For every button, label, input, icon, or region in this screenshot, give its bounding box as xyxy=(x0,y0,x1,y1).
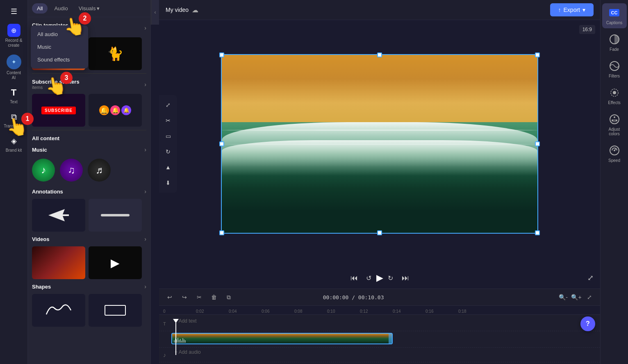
cloud-save-icon: ☁ xyxy=(192,6,198,14)
music-section-header[interactable]: Music › xyxy=(32,146,146,153)
handle-top-right[interactable] xyxy=(535,52,540,57)
waveform-bar xyxy=(184,339,184,343)
right-panel-captions[interactable]: CC Captions xyxy=(602,3,627,28)
screen-icon[interactable]: ▭ xyxy=(162,130,175,143)
duration-value: 00:10.03 xyxy=(358,294,384,300)
bell-icon-2: 🔔 xyxy=(110,105,120,115)
play-pause-btn[interactable]: ▶ xyxy=(376,273,383,283)
videos-section-header[interactable]: Videos › xyxy=(32,236,146,242)
subscribe-sticker-thumb-2[interactable]: 🔔 🔔 🔔 xyxy=(89,94,142,127)
fit-zoom-btn[interactable]: ⤢ xyxy=(584,291,595,303)
subscribe-stickers-header[interactable]: Subscribe stickers items › xyxy=(32,79,146,90)
align-bottom-icon[interactable]: ⬇ xyxy=(162,176,175,189)
handle-bottom-right[interactable] xyxy=(535,230,540,235)
rewind-5s-btn[interactable]: ↺ xyxy=(362,271,376,285)
handle-mid-right[interactable] xyxy=(535,141,540,146)
ruler-mark-3: 0:06 xyxy=(262,309,269,314)
annotations-section-header[interactable]: Annotations › xyxy=(32,188,146,195)
brand-icon: ◈ xyxy=(8,135,20,147)
caution-icon[interactable]: ▲ xyxy=(162,161,175,174)
panel-collapse-btn[interactable]: ‹ xyxy=(151,0,159,25)
video-clip[interactable] xyxy=(171,333,393,344)
content-panel: All Audio Visuals ▾ All audio Music Soun… xyxy=(28,0,151,364)
handle-mid-left[interactable] xyxy=(219,141,224,146)
zoom-in-btn[interactable]: 🔍+ xyxy=(571,291,582,303)
video-thumb-1[interactable] xyxy=(32,246,85,279)
sidebar-item-text[interactable]: T Text xyxy=(2,84,26,107)
delete-btn[interactable]: 🗑 xyxy=(208,291,220,303)
ruler-mark-8: 0:16 xyxy=(425,309,433,314)
sidebar-item-record[interactable]: ⊕ Record & create xyxy=(2,21,26,50)
sidebar-item-transitions[interactable]: ⧉ Transitions xyxy=(2,109,26,131)
shape-thumb-2[interactable] xyxy=(89,294,142,327)
clip-template-thumb-2[interactable]: 🐈 xyxy=(89,37,142,70)
duplicate-btn[interactable]: ⧉ xyxy=(223,291,234,303)
aspect-ratio-badge[interactable]: 16:9 xyxy=(579,25,595,34)
rotate-icon[interactable]: ↻ xyxy=(162,145,175,158)
video-thumb-2[interactable]: ▶ xyxy=(89,246,142,279)
dropdown-sound-effects[interactable]: Sound effects xyxy=(31,53,88,66)
subscribe-sticker-thumb-1[interactable]: SUBSCRIBE xyxy=(32,94,85,127)
all-content-section: All content Music › ♪ ♫ ♬ Annotations › xyxy=(28,130,150,330)
sidebar-menu-btn[interactable]: ☰ xyxy=(2,3,26,20)
music-circle-1[interactable]: ♪ xyxy=(32,159,55,182)
annotations-title: Annotations xyxy=(32,189,63,195)
sidebar-item-brand[interactable]: ◈ Brand kit xyxy=(2,133,26,155)
video-canvas[interactable] xyxy=(221,54,538,234)
svg-point-8 xyxy=(612,120,613,121)
right-panel-speed[interactable]: Speed xyxy=(602,141,627,166)
export-button[interactable]: ↑ Export ▾ xyxy=(550,3,594,16)
skip-back-start-btn[interactable]: ⏮ xyxy=(347,271,362,285)
redo-btn[interactable]: ↪ xyxy=(179,291,190,303)
playhead xyxy=(175,322,176,355)
handle-mid-top[interactable] xyxy=(377,52,382,57)
cut-btn[interactable]: ✂ xyxy=(193,291,205,303)
undo-btn[interactable]: ↩ xyxy=(164,291,175,303)
right-panel-adjust-colors[interactable]: Adjust colors xyxy=(602,110,627,139)
ruler-mark-2: 0:04 xyxy=(229,309,237,314)
video-controls-row: ⏮ ↺ ▶ ↻ ⏭ ⤢ xyxy=(159,267,600,289)
expand-icon[interactable]: ⤢ xyxy=(162,98,175,111)
shape-thumb-1[interactable] xyxy=(32,294,85,327)
sidebar-content-label: ContentAI xyxy=(7,71,21,80)
music-circle-2[interactable]: ♫ xyxy=(60,159,83,182)
tab-visuals[interactable]: Visuals ▾ xyxy=(75,3,104,14)
dropdown-music[interactable]: Music xyxy=(31,41,88,53)
ocean-video-frame xyxy=(222,55,537,233)
waveform-bar xyxy=(177,338,178,343)
music-circle-3[interactable]: ♬ xyxy=(88,159,111,182)
add-audio-btn[interactable]: + Add audio xyxy=(171,348,600,357)
shape-2-svg xyxy=(99,302,132,318)
annotation-thumb-2[interactable] xyxy=(89,199,142,232)
waveform-bar xyxy=(180,339,181,343)
video-clip-end-handle[interactable] xyxy=(389,334,392,344)
bell-icon-1: 🔔 xyxy=(99,105,109,115)
shapes-section-header[interactable]: Shapes › xyxy=(32,283,146,290)
skip-end-btn[interactable]: ⏭ xyxy=(398,271,413,285)
right-panel-fade[interactable]: Fade xyxy=(602,30,627,55)
timecode-separator: / xyxy=(352,294,358,300)
tabs-bar: All Audio Visuals ▾ xyxy=(28,0,150,17)
fullscreen-btn[interactable]: ⤢ xyxy=(587,273,594,282)
forward-5s-btn[interactable]: ↻ xyxy=(383,271,398,285)
shapes-title: Shapes xyxy=(32,284,51,290)
effects-label: Effects xyxy=(608,100,620,105)
handle-top-left[interactable] xyxy=(219,52,224,57)
help-button[interactable]: ? xyxy=(580,316,595,331)
music-title: Music xyxy=(32,147,47,153)
dropdown-all-audio[interactable]: All audio xyxy=(31,28,88,41)
video-canvas-wrapper: ⤢ ✂ ▭ ↻ ▲ ⬇ xyxy=(159,20,600,267)
tab-audio[interactable]: Audio xyxy=(49,3,73,14)
panel-scroll-content[interactable]: Clip templates 4 › 🐈 S xyxy=(28,17,150,364)
tab-all[interactable]: All xyxy=(32,3,48,14)
sidebar-item-content[interactable]: ✦ ContentAI xyxy=(2,52,26,83)
right-panel-filters[interactable]: Filters xyxy=(602,57,627,82)
right-panel-effects[interactable]: Effects xyxy=(602,83,627,108)
handle-bottom-left[interactable] xyxy=(219,230,224,235)
playhead-triangle xyxy=(173,319,179,323)
crop-icon[interactable]: ✂ xyxy=(162,114,175,127)
annotation-thumb-1[interactable] xyxy=(32,199,85,232)
add-text-btn[interactable]: + Add text xyxy=(171,316,600,325)
handle-mid-bottom[interactable] xyxy=(377,230,382,235)
zoom-out-btn[interactable]: 🔍- xyxy=(557,291,569,303)
